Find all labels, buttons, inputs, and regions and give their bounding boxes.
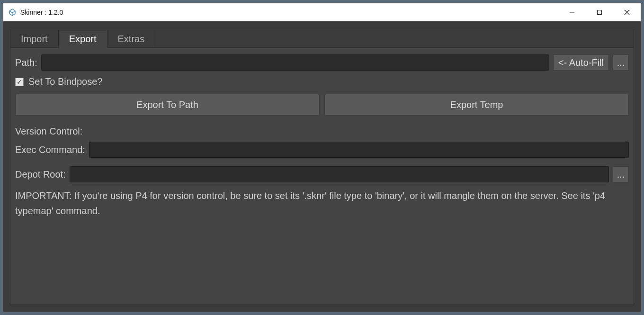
bindpose-row: ✓ Set To Bindpose?	[15, 76, 629, 87]
path-input[interactable]	[41, 54, 549, 71]
titlebar: Skinner : 1.2.0	[3, 3, 641, 21]
path-row: Path: <- Auto-Fill ...	[15, 54, 629, 71]
main-panel: Import Export Extras Path: <- Auto-Fill …	[10, 30, 634, 305]
version-control-label: Version Control:	[15, 126, 629, 137]
window-controls	[558, 3, 641, 21]
important-note: IMPORTANT: If you're using P4 for versio…	[15, 188, 629, 218]
exec-command-label: Exec Command:	[15, 144, 85, 155]
minimize-button[interactable]	[558, 3, 586, 21]
path-browse-button[interactable]: ...	[613, 54, 629, 71]
exec-command-row: Exec Command:	[15, 142, 629, 158]
close-button[interactable]	[613, 3, 641, 21]
export-buttons-row: Export To Path Export Temp	[15, 94, 629, 116]
tab-extras[interactable]: Extras	[107, 30, 156, 47]
exec-command-input[interactable]	[89, 142, 629, 158]
depot-root-input[interactable]	[70, 166, 609, 182]
autofill-button[interactable]: <- Auto-Fill	[553, 54, 609, 71]
tab-bar: Import Export Extras	[10, 30, 634, 47]
tab-export[interactable]: Export	[59, 31, 107, 48]
depot-root-row: Depot Root: ...	[15, 166, 629, 182]
depot-root-label: Depot Root:	[15, 169, 66, 180]
export-to-path-button[interactable]: Export To Path	[15, 94, 320, 116]
window-title: Skinner : 1.2.0	[20, 9, 63, 16]
export-temp-button[interactable]: Export Temp	[324, 94, 629, 116]
content-area: Import Export Extras Path: <- Auto-Fill …	[3, 21, 641, 312]
bindpose-checkbox[interactable]: ✓	[15, 78, 24, 86]
depot-browse-button[interactable]: ...	[613, 166, 629, 182]
tab-import[interactable]: Import	[10, 30, 59, 47]
path-label: Path:	[15, 57, 37, 68]
app-icon	[8, 8, 17, 17]
app-window: Skinner : 1.2.0 Import Export Extras	[3, 3, 641, 312]
tab-body-export: Path: <- Auto-Fill ... ✓ Set To Bindpose…	[10, 47, 634, 305]
maximize-button[interactable]	[586, 3, 613, 21]
bindpose-label: Set To Bindpose?	[28, 76, 102, 87]
svg-rect-1	[598, 10, 602, 14]
